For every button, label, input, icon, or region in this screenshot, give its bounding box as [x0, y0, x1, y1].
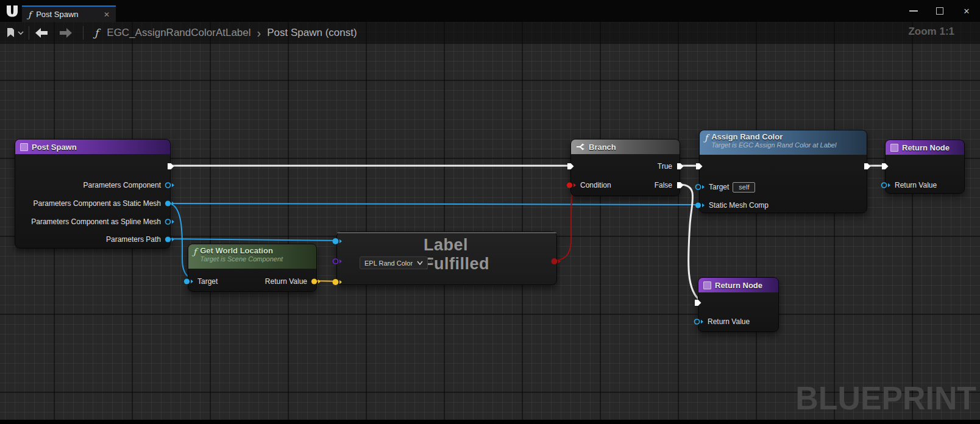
enum-dropdown[interactable]: EPL Rand Color — [360, 256, 428, 269]
node-header: ƒ Assign Rand Color Target is EGC Assign… — [700, 130, 867, 155]
node-header: Post Spawn — [15, 140, 170, 154]
tab-label: Post Spawn — [36, 10, 78, 19]
pin-target[interactable]: Target self — [695, 181, 755, 193]
bottom-border — [0, 420, 980, 424]
bool-pin-icon — [551, 258, 561, 265]
function-icon: ƒ — [193, 247, 196, 256]
exec-in-pin[interactable] — [566, 160, 575, 172]
tab-close-icon[interactable]: ✕ — [104, 10, 110, 19]
object-pin-icon — [881, 182, 891, 189]
compact-node-title: Label Fulfilled — [424, 236, 489, 274]
node-title: Post Spawn — [32, 143, 77, 152]
exec-in-pin[interactable] — [881, 160, 889, 172]
node-header: Return Node — [698, 278, 778, 292]
wire-parameterspath-to-label — [168, 239, 345, 241]
pin-return-value[interactable]: Return Value — [881, 179, 937, 191]
bookmark-icon[interactable] — [6, 27, 15, 38]
node-title: Branch — [589, 143, 616, 152]
enum-dropdown-value: EPL Rand Color — [364, 260, 413, 267]
node-header: Branch — [571, 140, 680, 154]
node-subtitle: Target is Scene Component — [200, 255, 283, 263]
toolbar-divider — [83, 26, 83, 40]
node-title: Return Node — [902, 143, 950, 152]
enum-pin-icon — [332, 258, 343, 265]
back-arrow-icon[interactable] — [34, 27, 49, 38]
toolbar-divider — [29, 26, 29, 40]
node-header: ƒ Get World Location Target is Scene Com… — [188, 244, 316, 269]
unreal-logo-icon — [5, 4, 20, 18]
chevron-down-icon — [417, 261, 423, 265]
pin-return-value[interactable]: Return Value — [694, 316, 750, 328]
exec-pin-icon — [166, 162, 175, 171]
function-result-icon — [703, 281, 711, 289]
tab-post-spawn[interactable]: ƒ Post Spawn ✕ — [22, 5, 116, 22]
exec-out-pin[interactable] — [166, 160, 175, 172]
pin-vector-in[interactable] — [332, 276, 343, 288]
object-pin-icon — [695, 202, 705, 209]
branch-icon — [576, 143, 585, 151]
node-label-fulfilled[interactable]: Label Fulfilled EPL Rand Color — [336, 231, 557, 285]
pin-parameters-component-as-spline-mesh[interactable]: Parameters Component as Spline Mesh — [31, 216, 175, 228]
object-pin-icon — [165, 182, 175, 189]
maximize-button[interactable] — [936, 7, 943, 15]
function-icon: ƒ — [705, 133, 708, 142]
pin-parameters-component[interactable]: Parameters Component — [83, 179, 175, 191]
exec-in-pin[interactable] — [694, 297, 702, 309]
vector-pin-icon — [311, 278, 321, 285]
bool-pin-icon — [566, 182, 577, 189]
pin-parameters-component-as-static-mesh[interactable]: Parameters Component as Static Mesh — [34, 197, 175, 210]
object-pin-icon — [695, 183, 705, 191]
minimize-button[interactable] — [909, 10, 918, 12]
target-self-value[interactable]: self — [733, 182, 755, 193]
wire-staticmesh-to-assign — [168, 203, 702, 205]
pin-enum-in[interactable] — [332, 255, 343, 267]
node-title: Return Node — [715, 281, 762, 290]
exec-pin-icon — [676, 162, 684, 171]
exec-pin-icon — [695, 162, 703, 171]
exec-pin-icon — [881, 162, 889, 171]
function-result-icon — [890, 144, 898, 152]
function-icon: ƒ — [28, 10, 31, 19]
node-post-spawn[interactable]: Post Spawn Parameters Component Paramete… — [15, 139, 171, 249]
pin-false[interactable]: False — [655, 179, 684, 191]
pin-parameters-path[interactable]: Parameters Path — [106, 233, 175, 246]
node-subtitle: Target is EGC Assign Rand Color at Label — [711, 141, 836, 149]
exec-pin-icon — [863, 162, 872, 171]
exec-in-pin[interactable] — [695, 160, 703, 172]
node-branch[interactable]: Branch Condition True False — [570, 139, 680, 196]
exec-pin-icon — [694, 299, 702, 307]
object-pin-icon — [694, 318, 704, 325]
pin-static-mesh-comp[interactable]: Static Mesh Comp — [695, 199, 769, 211]
pin-bool-out[interactable] — [551, 255, 561, 267]
graph-toolbar: ƒ EGC_AssignRandColorAtLabel › Post Spaw… — [0, 22, 980, 44]
object-pin-icon — [165, 200, 175, 207]
exec-pin-icon — [566, 162, 575, 171]
node-return-bottom[interactable]: Return Node Return Value — [698, 277, 779, 332]
breadcrumb-blueprint-name[interactable]: EGC_AssignRandColorAtLabel — [107, 27, 250, 39]
exec-pin-icon — [676, 181, 684, 189]
breadcrumb-current-graph[interactable]: Post Spawn (const) — [267, 27, 357, 39]
title-bar: ƒ Post Spawn ✕ ✕ — [0, 0, 980, 22]
pin-condition[interactable]: Condition — [566, 179, 611, 191]
object-pin-icon — [165, 218, 175, 225]
node-return-top[interactable]: Return Node Return Value — [885, 140, 965, 194]
node-title: Get World Location — [200, 246, 283, 255]
node-get-world-location[interactable]: ƒ Get World Location Target is Scene Com… — [188, 244, 317, 292]
function-icon: ƒ — [94, 27, 98, 39]
pin-target[interactable]: Target — [183, 275, 218, 288]
pin-return-value[interactable]: Return Value — [265, 275, 321, 288]
forward-arrow-icon[interactable] — [59, 27, 73, 38]
object-pin-icon — [332, 238, 343, 245]
zoom-level-readout: Zoom 1:1 — [908, 26, 954, 38]
close-button[interactable]: ✕ — [962, 7, 971, 16]
pin-location-in[interactable] — [332, 235, 343, 247]
exec-out-pin[interactable] — [863, 160, 872, 172]
function-entry-icon — [20, 143, 28, 151]
object-pin-icon — [165, 236, 175, 243]
pin-true[interactable]: True — [658, 160, 684, 172]
node-title: Assign Rand Color — [711, 132, 836, 141]
vector-pin-icon — [332, 278, 343, 286]
node-header: Return Node — [886, 140, 964, 155]
node-assign-rand-color[interactable]: ƒ Assign Rand Color Target is EGC Assign… — [699, 130, 867, 213]
bookmark-dropdown-chevron-icon[interactable] — [18, 30, 24, 35]
